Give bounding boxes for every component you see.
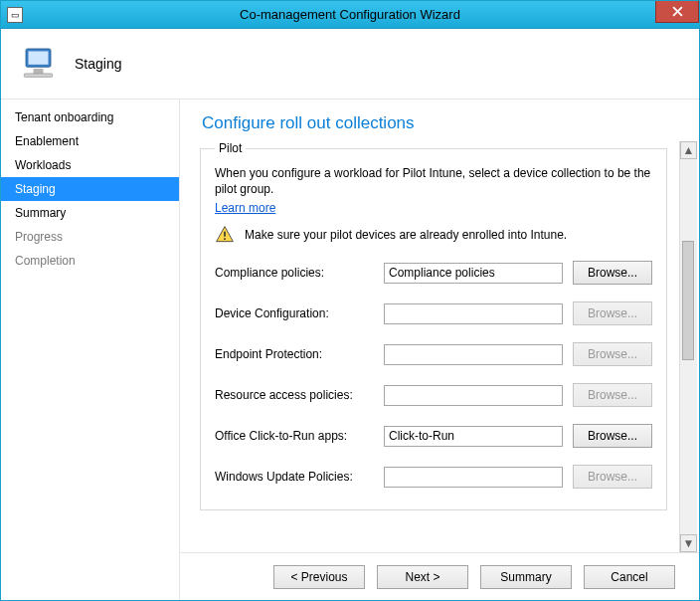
svg-rect-3 [24, 74, 52, 77]
workload-collection-input[interactable] [384, 263, 563, 284]
scroll-up-button[interactable]: ▲ [680, 141, 697, 159]
main: Configure roll out collections Pilot Whe… [180, 100, 699, 600]
vertical-scrollbar[interactable]: ▲ ▼ [679, 141, 697, 552]
learn-more-link[interactable]: Learn more [215, 201, 275, 215]
workload-collection-input[interactable] [384, 426, 563, 447]
banner-stage: Staging [75, 56, 121, 72]
workload-label: Resource access policies: [215, 388, 374, 402]
browse-button[interactable]: Browse... [573, 424, 652, 448]
sidebar-step-tenant-onboarding[interactable]: Tenant onboarding [1, 105, 179, 129]
workload-collection-input[interactable] [384, 303, 563, 324]
svg-rect-1 [29, 52, 49, 65]
workload-collection-input[interactable] [384, 467, 563, 488]
sidebar-step-progress[interactable]: Progress [1, 225, 179, 249]
workload-label: Office Click-to-Run apps: [215, 429, 374, 443]
workload-label: Endpoint Protection: [215, 347, 374, 361]
sidebar: Tenant onboardingEnablementWorkloadsStag… [1, 100, 180, 600]
window-title: Co-management Configuration Wizard [1, 7, 699, 22]
sidebar-step-completion[interactable]: Completion [1, 249, 179, 273]
svg-rect-4 [224, 232, 226, 237]
workload-row: Compliance policies:Browse... [215, 261, 652, 285]
warning-icon [215, 225, 235, 245]
footer: < Previous Next > Summary Cancel [180, 552, 699, 600]
workload-row: Resource access policies:Browse... [215, 383, 652, 407]
pilot-description: When you configure a workload for Pilot … [215, 165, 652, 197]
pilot-group: Pilot When you configure a workload for … [200, 141, 667, 510]
workload-collection-input[interactable] [384, 385, 563, 406]
close-button[interactable] [655, 1, 699, 23]
computer-icon [21, 44, 61, 84]
client-area: Staging Tenant onboardingEnablementWorkl… [1, 29, 699, 600]
pilot-legend: Pilot [215, 141, 246, 155]
cancel-button[interactable]: Cancel [584, 565, 675, 589]
summary-button[interactable]: Summary [480, 565, 572, 589]
scroll-host: Pilot When you configure a workload for … [180, 141, 699, 552]
sidebar-step-summary[interactable]: Summary [1, 201, 179, 225]
browse-button: Browse... [573, 465, 652, 489]
titlebar: ▭ Co-management Configuration Wizard [1, 1, 699, 29]
browse-button: Browse... [573, 301, 652, 325]
next-button[interactable]: Next > [377, 565, 468, 589]
sidebar-step-staging[interactable]: Staging [1, 177, 179, 201]
workload-collection-input[interactable] [384, 344, 563, 365]
workload-row: Endpoint Protection:Browse... [215, 342, 652, 366]
sidebar-step-workloads[interactable]: Workloads [1, 153, 179, 177]
scroll-content: Pilot When you configure a workload for … [200, 141, 679, 552]
sidebar-step-enablement[interactable]: Enablement [1, 129, 179, 153]
scroll-thumb[interactable] [682, 241, 694, 360]
workload-label: Device Configuration: [215, 306, 374, 320]
body: Tenant onboardingEnablementWorkloadsStag… [1, 99, 699, 600]
browse-button[interactable]: Browse... [573, 261, 652, 285]
workload-label: Windows Update Policies: [215, 470, 374, 484]
scroll-down-button[interactable]: ▼ [680, 534, 697, 552]
warning-text: Make sure your pilot devices are already… [245, 228, 567, 242]
previous-button[interactable]: < Previous [273, 565, 365, 589]
close-icon [672, 6, 683, 17]
workload-row: Device Configuration:Browse... [215, 301, 652, 325]
workload-row: Office Click-to-Run apps:Browse... [215, 424, 652, 448]
workload-row: Windows Update Policies:Browse... [215, 465, 652, 489]
browse-button: Browse... [573, 342, 652, 366]
svg-rect-2 [34, 69, 44, 74]
workload-label: Compliance policies: [215, 266, 374, 280]
banner: Staging [1, 29, 699, 99]
page-title: Configure roll out collections [180, 100, 699, 141]
svg-rect-5 [224, 239, 226, 241]
warning-row: Make sure your pilot devices are already… [215, 225, 652, 245]
browse-button: Browse... [573, 383, 652, 407]
app-icon: ▭ [7, 7, 23, 23]
